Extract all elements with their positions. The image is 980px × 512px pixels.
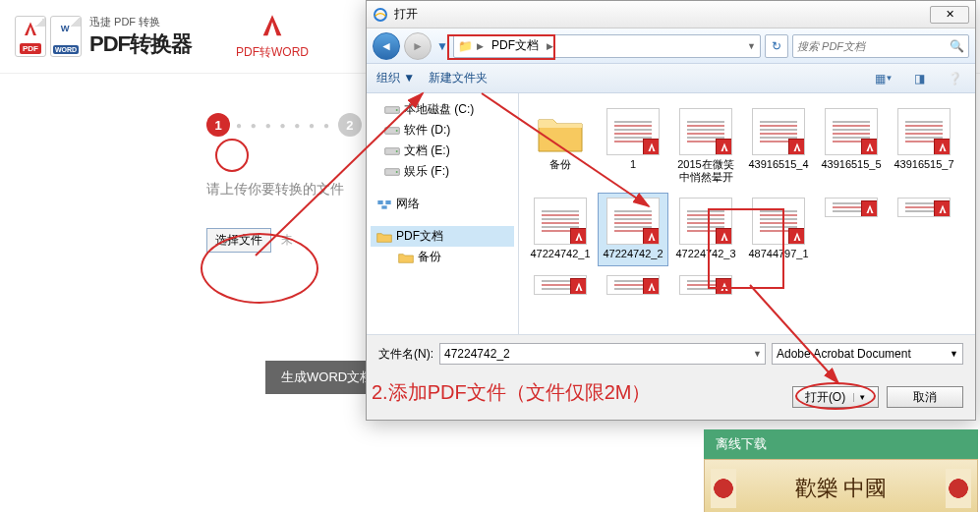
tree-folder-backup[interactable]: 备份	[371, 247, 514, 267]
svg-rect-12	[381, 205, 386, 208]
file-item[interactable]: 43916515_4	[743, 103, 814, 189]
file-item[interactable]: 47224742_3	[670, 193, 741, 265]
nav-pdf-to-word[interactable]: PDF转WORD	[236, 13, 309, 61]
step-dots: ● ● ● ● ● ● ●	[236, 120, 332, 131]
svg-point-9	[396, 171, 398, 173]
file-item[interactable]: 43916515_5	[816, 103, 887, 189]
svg-rect-11	[385, 200, 390, 204]
file-status: 未	[281, 232, 293, 249]
file-grid: 备份12015在微笑中悄然晕开43916515_443916515_543916…	[519, 93, 975, 334]
file-item[interactable]	[598, 270, 668, 300]
path-dropdown-icon[interactable]: ▼	[747, 41, 756, 51]
svg-point-7	[396, 150, 398, 152]
help-button[interactable]: ❔	[944, 69, 965, 88]
file-label: 43916515_4	[748, 158, 808, 171]
svg-text:W: W	[61, 24, 70, 33]
tree-drive-e[interactable]: 文档 (E:)	[371, 141, 514, 161]
svg-point-5	[396, 130, 398, 132]
svg-rect-10	[377, 200, 382, 204]
path-bar[interactable]: 📁 ▶ PDF文档 ▶ ▼	[453, 34, 761, 58]
path-segment[interactable]: PDF文档	[488, 37, 543, 54]
dialog-close-button[interactable]: ✕	[930, 6, 969, 24]
new-folder-button[interactable]: 新建文件夹	[429, 70, 488, 86]
promo-banner[interactable]: 歡樂 中國	[704, 459, 978, 512]
file-label: 备份	[549, 158, 571, 171]
file-item[interactable]: 48744797_1	[743, 193, 814, 265]
file-item[interactable]: 47224742_1	[525, 193, 596, 265]
step-1: 1	[206, 113, 230, 137]
nav-history-dropdown[interactable]: ▼	[435, 32, 449, 60]
cancel-button[interactable]: 取消	[887, 386, 963, 408]
search-box[interactable]: 🔍	[792, 34, 969, 58]
folder-item[interactable]: 备份	[525, 103, 596, 189]
dialog-nav: ◄ ► ▼ 📁 ▶ PDF文档 ▶ ▼ ↻ 🔍	[367, 28, 975, 64]
logo: PDF W WORD 迅捷 PDF 转换 PDF转换器	[0, 15, 206, 59]
organize-menu[interactable]: 组织 ▼	[376, 70, 415, 86]
open-button[interactable]: 打开(O)▼	[792, 386, 879, 408]
folder-icon: 📁	[458, 39, 473, 53]
logo-title: PDF转换器	[89, 29, 192, 59]
file-item[interactable]	[816, 193, 887, 222]
pdf-file-icon: PDF	[15, 16, 46, 57]
choose-file-button[interactable]: 选择文件	[206, 228, 271, 253]
file-label: 1	[630, 158, 636, 171]
ie-icon	[373, 7, 388, 23]
preview-pane-button[interactable]: ◨	[908, 69, 930, 88]
file-label: 43916515_7	[894, 158, 953, 171]
word-file-icon: W WORD	[50, 16, 82, 57]
tree-drive-c[interactable]: 本地磁盘 (C:)	[371, 99, 514, 120]
logo-subtitle: 迅捷 PDF 转换	[89, 15, 192, 29]
tree-drive-d[interactable]: 软件 (D:)	[371, 120, 514, 141]
filename-label: 文件名(N):	[378, 346, 433, 363]
dialog-title: 打开	[394, 6, 930, 23]
file-label: 47224742_1	[530, 248, 590, 260]
file-item[interactable]	[670, 270, 741, 300]
nav-back-button[interactable]: ◄	[373, 32, 400, 60]
sidebar: 离线下载 歡樂 中國	[704, 429, 978, 512]
file-label: 43916515_5	[821, 158, 881, 171]
search-input[interactable]	[797, 40, 950, 52]
search-icon[interactable]: 🔍	[950, 39, 964, 53]
tree-folder-pdf[interactable]: PDF文档	[371, 226, 514, 247]
dialog-toolbar: 组织 ▼ 新建文件夹 ▦ ▼ ◨ ❔	[367, 64, 975, 93]
file-item[interactable]: 43916515_7	[889, 103, 959, 189]
view-mode-button[interactable]: ▦ ▼	[873, 69, 894, 88]
file-item[interactable]	[889, 193, 959, 222]
nav-forward-button[interactable]: ►	[404, 32, 432, 60]
offline-download-link[interactable]: 离线下载	[704, 429, 978, 459]
path-sep-icon: ▶	[547, 41, 553, 51]
path-sep-icon: ▶	[477, 41, 484, 51]
file-item[interactable]: 1	[598, 103, 668, 189]
svg-point-3	[396, 109, 398, 111]
file-item[interactable]	[525, 270, 596, 300]
file-label: 2015在微笑中悄然晕开	[673, 158, 738, 184]
file-label: 48744797_1	[748, 248, 808, 260]
filename-input[interactable]	[439, 343, 766, 365]
tree-drive-f[interactable]: 娱乐 (F:)	[371, 161, 514, 182]
file-label: 47224742_2	[603, 248, 663, 260]
step-2: 2	[338, 113, 362, 137]
refresh-button[interactable]: ↻	[765, 34, 788, 58]
file-item[interactable]: 2015在微笑中悄然晕开	[670, 103, 741, 189]
dialog-bottom: 文件名(N): ▼ Adobe Acrobat Document▼ 打开(O)▼…	[367, 334, 975, 420]
dialog-titlebar: 打开 ✕	[367, 1, 975, 28]
tree-network[interactable]: 网络	[371, 194, 514, 214]
file-open-dialog: 打开 ✕ ◄ ► ▼ 📁 ▶ PDF文档 ▶ ▼ ↻ 🔍 组织 ▼ 新建文件夹 …	[366, 0, 976, 421]
file-label: 47224742_3	[675, 248, 735, 260]
folder-tree: 本地磁盘 (C:) 软件 (D:) 文档 (E:) 娱乐 (F:) 网络 PDF…	[367, 93, 519, 334]
filetype-select[interactable]: Adobe Acrobat Document▼	[772, 343, 963, 365]
file-item[interactable]: 47224742_2	[598, 193, 668, 265]
